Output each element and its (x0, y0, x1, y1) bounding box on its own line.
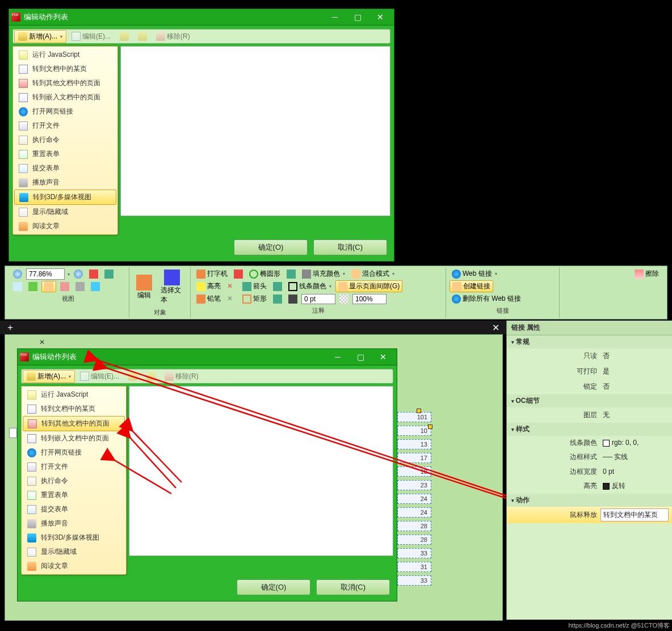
opacity-input[interactable] (352, 294, 387, 304)
link-annotation[interactable]: 31 (397, 562, 431, 572)
ok-button[interactable]: 确定(O) (234, 239, 308, 255)
menu-item[interactable]: 播放声音 (14, 175, 116, 190)
v2-button[interactable] (26, 281, 40, 292)
zoom-in-button[interactable] (72, 269, 85, 279)
link-annotation[interactable]: 23 (397, 480, 431, 490)
section-action[interactable]: 动作 (507, 494, 672, 507)
link-annotation[interactable]: 13 (397, 439, 431, 449)
typewriter-button[interactable]: 打字机 (194, 268, 230, 279)
edit-button[interactable]: 编辑(E)... (68, 30, 115, 43)
link-annotation[interactable]: 33 (397, 548, 431, 558)
prop-borderstyle[interactable]: 边框样式── 实线 (507, 449, 672, 465)
remove-button-2[interactable]: 移除(R) (161, 370, 203, 383)
menu-item[interactable]: 转到文档中的某页 (14, 62, 116, 76)
ellipse-button[interactable]: 椭圆形 (247, 268, 283, 279)
cancel-button[interactable]: 取消(C) (313, 239, 387, 255)
shape3-button[interactable] (271, 294, 284, 304)
menu-item[interactable]: 打开文件 (23, 460, 125, 474)
add-button[interactable]: 新增(A)... ▾ (14, 30, 66, 43)
link-annotation[interactable]: 28 (397, 521, 431, 531)
add-button-2[interactable]: 新增(A)... ▾ (23, 370, 75, 383)
zoom-out-button[interactable] (11, 269, 24, 279)
minimize-button[interactable]: ─ (324, 10, 346, 24)
menu-item[interactable]: 阅读文章 (23, 559, 125, 573)
menu-item[interactable]: 重置表单 (23, 488, 125, 502)
menu-item[interactable]: 打开网页链接 (23, 445, 125, 460)
fillcolor-button[interactable]: 填充颜色▾ (300, 268, 347, 279)
edit-button-2[interactable]: 编辑(E)... (76, 370, 123, 383)
menu-item[interactable]: 转到嵌入文档中的页面 (23, 431, 125, 445)
prop-mouseup[interactable]: 鼠标释放转到文档中的某页 (507, 507, 672, 523)
pt-input[interactable] (301, 294, 335, 304)
prop-readonly[interactable]: 只读否 (507, 348, 672, 364)
pencil-button[interactable]: 铅笔 (194, 293, 223, 304)
link-annotation[interactable]: 24 (397, 494, 431, 504)
menu-item[interactable]: 转到其他文档中的页面 (23, 416, 125, 431)
v1-button[interactable] (11, 281, 24, 292)
delete-weblinks-button[interactable]: 删除所有 Web 链接 (450, 293, 523, 304)
moveup-button-2[interactable] (124, 370, 141, 382)
blend-button[interactable]: 混合模式▾ (349, 268, 397, 279)
titlebar[interactable]: 编辑动作列表 ─ ▢ ✕ (9, 9, 394, 25)
close-button-2[interactable]: ✕ (372, 350, 394, 364)
inner-close-button[interactable]: ✕ (36, 337, 48, 347)
prop-locked[interactable]: 锁定否 (507, 379, 672, 394)
link-annotation[interactable]: 28 (397, 535, 431, 545)
menu-item[interactable]: 转到3D/多媒体视图 (14, 190, 116, 205)
link-annotation[interactable]: 24 (397, 507, 431, 518)
menu-item[interactable]: 转到其他文档中的页面 (14, 76, 116, 90)
section-style[interactable]: 样式 (507, 423, 672, 436)
x1-button[interactable]: ✕ (225, 281, 238, 292)
prop-printable[interactable]: 可打印是 (507, 364, 672, 379)
prop-borderwidth[interactable]: 边框宽度0 pt (507, 465, 672, 478)
erase-button[interactable]: 擦除 (632, 268, 661, 279)
prop-strokecolor[interactable]: 线条颜色rgb: 0, 0, (507, 436, 672, 449)
menu-item[interactable]: 阅读文章 (14, 219, 116, 233)
textcolor-button[interactable] (232, 269, 245, 279)
resize-handle-tl[interactable] (417, 409, 421, 413)
close-tab-button[interactable]: ✕ (488, 322, 504, 333)
action-list-pane[interactable] (120, 46, 390, 216)
prop-layer[interactable]: 图层无 (507, 407, 672, 423)
menu-item[interactable]: 打开网页链接 (14, 104, 116, 119)
cursor-button[interactable] (87, 269, 100, 279)
section-oc[interactable]: OC细节 (507, 394, 672, 407)
linecolor-button[interactable]: 线条颜色▾ (286, 281, 334, 292)
shape-plus-button[interactable] (284, 269, 298, 279)
maximize-button[interactable]: ▢ (346, 10, 369, 24)
remove-button[interactable]: 移除(R) (152, 30, 194, 43)
menu-item[interactable]: 播放声音 (23, 516, 125, 531)
select-text-button[interactable]: 选择文本 (157, 268, 187, 306)
link-annotation[interactable]: 17 (397, 453, 431, 463)
opacity-button[interactable] (337, 294, 351, 304)
section-general[interactable]: 常规 (507, 335, 672, 348)
linewidth-button[interactable] (286, 294, 300, 304)
link-annotation[interactable]: 10 (397, 426, 431, 436)
minimize-button-2[interactable]: ─ (326, 350, 349, 364)
link-annotation[interactable]: 101 (397, 412, 431, 422)
cancel-button-2[interactable]: 取消(C) (316, 579, 390, 595)
menu-item[interactable]: 执行命令 (14, 133, 116, 147)
menu-item[interactable]: 显示/隐藏域 (14, 205, 116, 219)
snapshot-button[interactable] (102, 269, 116, 279)
v3-button[interactable] (41, 281, 56, 292)
edit-object-button[interactable]: 编辑 (133, 274, 156, 301)
page-thumb[interactable] (9, 428, 17, 438)
arrow-button[interactable]: 箭头 (240, 281, 269, 292)
x2-button[interactable]: ✕ (225, 294, 238, 304)
v6-button[interactable] (89, 281, 102, 292)
menu-item[interactable]: 转到文档中的某页 (23, 402, 125, 416)
link-annotation[interactable]: 33 (397, 575, 431, 586)
menu-item[interactable]: 打开文件 (14, 119, 116, 133)
menu-item[interactable]: 提交表单 (23, 502, 125, 516)
close-button[interactable]: ✕ (369, 10, 392, 24)
action-list-pane-2[interactable] (129, 386, 393, 556)
v5-button[interactable] (73, 281, 87, 292)
menu-item[interactable]: 转到3D/多媒体视图 (23, 531, 125, 545)
menu-item[interactable]: 显示/隐藏域 (23, 545, 125, 559)
createlink-button[interactable]: 创建链接 (450, 280, 493, 292)
menu-item[interactable]: 重置表单 (14, 147, 116, 161)
maximize-button-2[interactable]: ▢ (349, 350, 372, 364)
weblink-button[interactable]: Web 链接▾ (450, 268, 499, 279)
titlebar-2[interactable]: 编辑动作列表 ─ ▢ ✕ (18, 349, 397, 365)
